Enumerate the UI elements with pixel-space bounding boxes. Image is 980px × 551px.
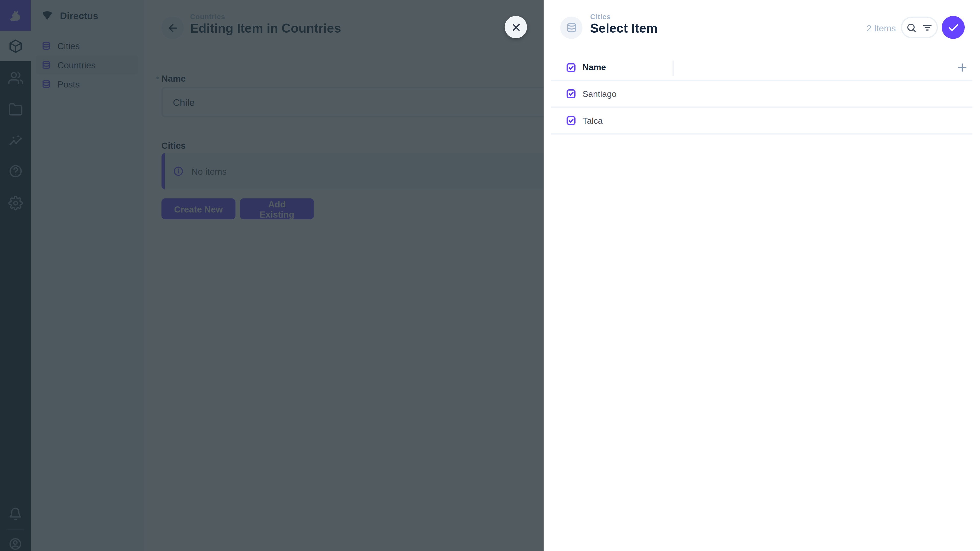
table-row[interactable]: Santiago xyxy=(551,81,972,108)
row-name: Talca xyxy=(583,116,603,125)
row-checkbox-checked[interactable] xyxy=(566,116,576,126)
drawer-header: Cities Select Item 2 Items xyxy=(544,0,980,50)
close-icon xyxy=(510,21,522,33)
table-header-row: Name xyxy=(551,55,972,81)
close-drawer-button[interactable] xyxy=(505,16,527,38)
app-window: Directus Cities Countries Posts xyxy=(0,0,980,551)
search-filter-pill xyxy=(901,17,938,38)
row-checkbox-checked[interactable] xyxy=(566,89,576,99)
check-icon xyxy=(947,21,959,34)
search-icon[interactable] xyxy=(906,22,917,33)
plus-icon[interactable] xyxy=(956,61,969,74)
database-icon xyxy=(566,22,577,33)
select-item-drawer: Cities Select Item 2 Items xyxy=(544,0,980,551)
select-all-checkbox[interactable] xyxy=(566,62,576,73)
drawer-title: Select Item xyxy=(590,21,658,36)
filter-icon[interactable] xyxy=(922,22,933,33)
column-header-name[interactable]: Name xyxy=(583,62,606,72)
row-name: Santiago xyxy=(583,89,617,99)
item-count: 2 Items xyxy=(866,23,896,33)
table-row[interactable]: Talca xyxy=(551,108,972,135)
drawer-collection-label: Cities xyxy=(590,13,611,21)
collection-icon-circle xyxy=(560,17,583,39)
column-resize-divider[interactable] xyxy=(673,61,674,76)
confirm-selection-button[interactable] xyxy=(942,16,965,39)
